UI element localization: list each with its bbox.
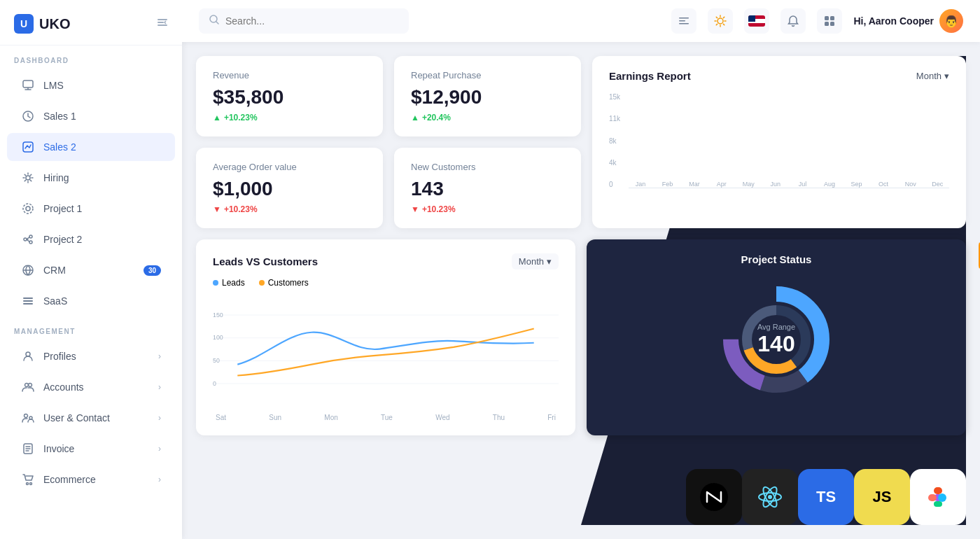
x-label-sun: Sun: [269, 414, 281, 421]
search-box[interactable]: [199, 8, 409, 34]
accounts-chevron: ›: [158, 382, 161, 392]
sidebar-ecommerce-label: Ecommerce: [43, 474, 96, 485]
dropdown-chevron-icon: ▾: [944, 71, 949, 81]
x-label-thu: Thu: [493, 414, 505, 421]
sidebar-project1-label: Project 1: [43, 203, 82, 214]
svg-rect-30: [825, 22, 829, 26]
x-label-mon: Mon: [324, 414, 337, 421]
bar-label-feb: Feb: [662, 181, 673, 188]
ecommerce-chevron: ›: [158, 475, 161, 484]
app-name: UKO: [39, 16, 70, 32]
hiring-icon: [21, 171, 35, 185]
y-label-4k: 4k: [609, 159, 620, 167]
sidebar-item-accounts[interactable]: Accounts ›: [7, 373, 175, 401]
down-arrow-icon: ▼: [213, 204, 221, 214]
bar-label-dec: Dec: [932, 181, 943, 188]
sidebar-item-lms[interactable]: LMS: [7, 71, 175, 99]
svg-rect-14: [23, 303, 33, 304]
notification-button[interactable]: [780, 8, 806, 34]
sidebar-item-saas[interactable]: SaaS: [7, 287, 175, 315]
sidebar-item-sales1[interactable]: Sales 1: [7, 102, 175, 130]
leads-card: Leads VS Customers Month ▾ Leads: [196, 239, 575, 435]
donut-avg-label: Avg Range: [757, 323, 795, 331]
bar-label-jun: Jun: [771, 181, 781, 188]
revenue-change: ▲ +10.23%: [213, 113, 366, 122]
svg-point-10: [29, 235, 32, 238]
bar-col-oct: Oct: [872, 178, 895, 188]
flag-icon[interactable]: [744, 8, 769, 34]
sidebar-item-invoice[interactable]: Invoice ›: [7, 435, 175, 463]
legend-leads: Leads: [213, 278, 245, 288]
sidebar-item-profiles[interactable]: Profiles ›: [7, 342, 175, 370]
main-area: Hi, Aaron Cooper 👨 Revenue $35,800 ▲ +10…: [182, 0, 980, 539]
repeat-label: Repeat Purchase: [411, 70, 564, 80]
content-area: Revenue $35,800 ▲ +10.23% Repeat Purchas…: [182, 42, 980, 539]
sidebar-item-crm[interactable]: CRM 30: [7, 256, 175, 284]
donut-chart: Avg Range 140: [713, 276, 839, 402]
svg-point-15: [26, 352, 30, 356]
svg-rect-13: [23, 300, 33, 302]
avg-order-card: Average Order value $1,000 ▼ +10.23%: [196, 148, 383, 228]
sidebar-item-sales2[interactable]: Sales 2: [7, 133, 175, 161]
user-contact-icon: [21, 411, 35, 425]
apps-grid-button[interactable]: [817, 8, 842, 34]
sidebar-item-hiring[interactable]: Hiring: [7, 164, 175, 192]
app-logo: U UKO: [14, 14, 70, 34]
svg-rect-2: [158, 24, 167, 26]
x-label-wed: Wed: [435, 414, 449, 421]
repeat-change-text: +20.4%: [422, 113, 451, 122]
x-label-sat: Sat: [216, 414, 226, 421]
sidebar-invoice-label: Invoice: [43, 443, 74, 454]
sidebar-user-contact-label: User & Contact: [43, 412, 110, 424]
project-status-card: Project Status: [587, 239, 966, 435]
repeat-value: $12,900: [411, 86, 564, 108]
svg-point-7: [26, 206, 30, 211]
lms-icon: [21, 78, 35, 92]
avg-order-value: $1,000: [213, 178, 366, 200]
donut-avg-value: 140: [757, 331, 795, 357]
earnings-period-dropdown[interactable]: Month ▾: [916, 71, 949, 81]
bar-col-apr: Apr: [710, 178, 734, 188]
sidebar-hiring-label: Hiring: [43, 172, 69, 183]
leads-title: Leads VS Customers: [213, 255, 318, 267]
logo-area: U UKO: [0, 0, 182, 46]
svg-point-21: [27, 483, 29, 485]
sidebar-item-project2[interactable]: Project 2: [7, 225, 175, 253]
bar-label-nov: Nov: [905, 181, 916, 188]
project2-icon: [21, 232, 35, 246]
svg-rect-54: [928, 494, 937, 501]
sidebar-item-user-contact[interactable]: User & Contact ›: [7, 404, 175, 432]
y-label-0: 0: [609, 181, 620, 188]
sidebar-item-project1[interactable]: Project 1: [7, 195, 175, 223]
user-info[interactable]: Hi, Aaron Cooper 👨: [853, 9, 963, 33]
svg-point-8: [23, 204, 33, 214]
bar-col-jan: Jan: [629, 178, 652, 188]
new-customers-value: 143: [411, 178, 564, 200]
svg-text:50: 50: [213, 357, 220, 364]
saas-icon: [21, 294, 35, 308]
svg-point-11: [29, 241, 32, 244]
search-input[interactable]: [225, 15, 399, 27]
earnings-period-label: Month: [916, 71, 941, 81]
earnings-card: Earnings Report Month ▾ 15k 11k 8k 4k: [592, 56, 966, 228]
ecommerce-icon: [21, 472, 35, 486]
react-icon: [742, 469, 798, 525]
avg-order-change: ▼ +10.23%: [213, 204, 366, 214]
nextjs-icon: [686, 469, 742, 525]
theme-toggle-button[interactable]: [708, 8, 733, 34]
leads-period-button[interactable]: Month ▾: [512, 253, 559, 270]
bar-col-nov: Nov: [899, 178, 923, 188]
sidebar-item-ecommerce[interactable]: Ecommerce ›: [7, 465, 175, 493]
collapse-button[interactable]: [157, 17, 168, 31]
bar-col-jul: Jul: [791, 178, 815, 188]
revenue-change-text: +10.23%: [224, 113, 258, 122]
leads-legend-label: Leads: [222, 278, 245, 288]
menu-lines-button[interactable]: [671, 8, 696, 34]
avg-order-change-text: +10.23%: [224, 204, 258, 214]
svg-rect-29: [830, 16, 834, 20]
svg-rect-24: [679, 18, 689, 19]
revenue-value: $35,800: [213, 86, 366, 108]
search-icon: [209, 14, 220, 28]
sales2-icon: [21, 140, 35, 154]
profiles-icon: [21, 349, 35, 363]
